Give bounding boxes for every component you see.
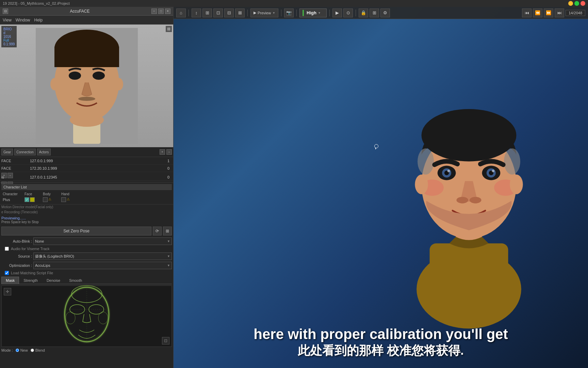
menu-view[interactable]: View [3, 18, 12, 22]
extra-btn[interactable]: ⊠ [235, 9, 245, 17]
vp-gear-btn[interactable]: ⚙ [380, 9, 390, 17]
cam-btn[interactable]: ⊟ [224, 9, 234, 17]
af-close[interactable]: × [165, 9, 170, 14]
menu-help[interactable]: Help [34, 18, 43, 22]
gear-button[interactable]: Gear [1, 149, 13, 155]
tab-mask[interactable]: Mask [1, 277, 19, 284]
char-list-columns: Character Face Body Hand [1, 191, 172, 197]
table-row: is 127.0.0.1:12345 0 [0, 173, 173, 181]
data-table: FACE 127.0.0.1:999 1 FACE 172.20.10.1:99… [0, 157, 173, 183]
af-icon-btn[interactable]: ⊟ [3, 9, 8, 14]
layout-btn[interactable]: ⊞ [370, 9, 379, 17]
mode-new-radio[interactable] [16, 349, 19, 352]
audio-checkbox[interactable] [5, 247, 9, 251]
row-val-3: 0 [165, 175, 172, 179]
camera-icon-btn[interactable]: 📷 [284, 9, 294, 17]
load-script-checkbox[interactable] [5, 271, 9, 275]
quality-dropdown[interactable]: High ▼ [299, 9, 327, 17]
svg-rect-20 [430, 243, 508, 309]
zero-icon-2[interactable]: ⊞ [163, 227, 172, 235]
row-name-3: is [1, 175, 29, 179]
svg-point-15 [66, 312, 75, 324]
camera-close-button[interactable]: ⊠ [166, 26, 172, 32]
subtitle-english: here with proper calibration you'll get [177, 326, 585, 343]
accuface-panel: ⊟ AccuFACE − □ × View Window Help [0, 7, 174, 368]
skip-back-btn[interactable]: ⏮ [522, 9, 532, 17]
cursor [374, 144, 378, 148]
connection-button[interactable]: Connection [14, 149, 36, 155]
set-zero-button[interactable]: Set Zero Pose [1, 227, 151, 235]
forward-btn[interactable]: ⏩ [544, 9, 553, 17]
char-list-header: Character List [1, 184, 172, 190]
col-face: Face [24, 192, 42, 196]
quality-bar [303, 10, 304, 16]
cam-1016: 1016 [3, 35, 15, 39]
back-btn[interactable]: ⏪ [533, 9, 542, 17]
row-ip-2: 172.20.10.1:999 [30, 166, 164, 170]
auto-blink-value: None [35, 239, 44, 243]
press-space-text: Press Space key to Stop [1, 220, 172, 224]
sep-3 [281, 10, 281, 16]
af-maximize[interactable]: □ [158, 9, 164, 14]
motion-director-text: Motion Director model(Facial only) [1, 205, 53, 209]
add-connection-btn[interactable]: + [160, 149, 165, 155]
window-controls[interactable] [568, 1, 585, 6]
tab-strength[interactable]: Strength [19, 277, 42, 284]
body-check[interactable] [43, 197, 48, 202]
subtitles: here with proper calibration you'll get … [174, 322, 588, 361]
character-svg [384, 55, 554, 334]
menu-window[interactable]: Window [16, 18, 30, 22]
preview-icon: ▶ [254, 11, 256, 15]
minimize-button[interactable] [568, 1, 573, 6]
af-minimize[interactable]: − [151, 9, 157, 14]
hand-warn-icon: ⚠ [67, 197, 70, 202]
preview-dropdown[interactable]: ▶ Preview ▼ [250, 9, 278, 17]
source-select[interactable]: 摄像头 (Logitech BRIO) ▼ [33, 252, 172, 260]
rec-btn[interactable]: ⊙ [343, 9, 353, 17]
af-win-controls[interactable]: − □ × [151, 9, 170, 14]
optimization-label: Optimization : [1, 263, 32, 267]
lock-btn[interactable]: 🔒 [359, 9, 368, 17]
move-btn[interactable]: ↕ [192, 9, 201, 17]
actors-button[interactable]: Actors [37, 149, 51, 155]
mask-move-icon[interactable]: ✛ [4, 288, 11, 295]
af-controls[interactable]: ⊟ [3, 9, 8, 14]
grid-btn[interactable]: ⊞ [202, 9, 212, 17]
mode-blend-radio[interactable] [31, 349, 34, 352]
optimization-select[interactable]: AccuLips ▼ [33, 262, 172, 269]
play-btn[interactable]: ▶ [332, 9, 342, 17]
camera-face [0, 25, 173, 147]
audio-row: Audio for Viseme Track [1, 247, 172, 251]
zero-icon-1[interactable]: ⟳ [153, 227, 162, 235]
svg-point-25 [504, 148, 520, 174]
close-button[interactable] [581, 1, 585, 6]
title-bar: 19 2023] - 05_MythIcons_v2_02.iProject [0, 0, 588, 7]
auto-blink-select[interactable]: None ▼ [33, 237, 172, 245]
svg-point-39 [510, 174, 523, 194]
svg-point-5 [93, 72, 105, 80]
source-arrow: ▼ [167, 255, 170, 258]
char-list-row: Plus ✓ ⚠ ⚠ [1, 197, 172, 203]
skip-fwd-btn[interactable]: ⏭ [555, 9, 564, 17]
hand-check[interactable] [61, 197, 66, 202]
previewing-text: Previewing...... [1, 216, 172, 220]
mask-display: ✛ [1, 286, 172, 347]
mode-blend-label: Blend [35, 348, 45, 352]
remove-connection-btn[interactable]: − [166, 149, 172, 155]
preview-arrow: ▼ [272, 11, 275, 15]
audio-label: Audio for Viseme Track [11, 247, 50, 251]
mode-new[interactable]: New [16, 348, 28, 352]
sep-4 [296, 10, 297, 16]
maximize-button[interactable] [574, 1, 579, 6]
face-yellow[interactable] [30, 197, 35, 202]
quality-arrow: ▼ [318, 11, 321, 15]
camera-overlay: BRIO d 1016 Full 0.1:999 [1, 26, 17, 47]
table-row: FACE 127.0.0.1:999 1 [0, 157, 173, 165]
viewport-toolbar: ⌂ ↕ ⊞ ⊡ ⊟ ⊠ ▶ Preview ▼ 📷 High ▼ ▶ [174, 7, 588, 19]
timeline-controls: ⏮ ⏪ ⏩ ⏭ 14/2048 [522, 9, 585, 17]
frame-btn[interactable]: ⊡ [213, 9, 223, 17]
mode-blend[interactable]: Blend [31, 348, 45, 352]
face-check[interactable]: ✓ [24, 197, 29, 202]
home-btn[interactable]: ⌂ [176, 9, 186, 17]
mask-expand-icon[interactable]: ⊡ [162, 337, 169, 344]
